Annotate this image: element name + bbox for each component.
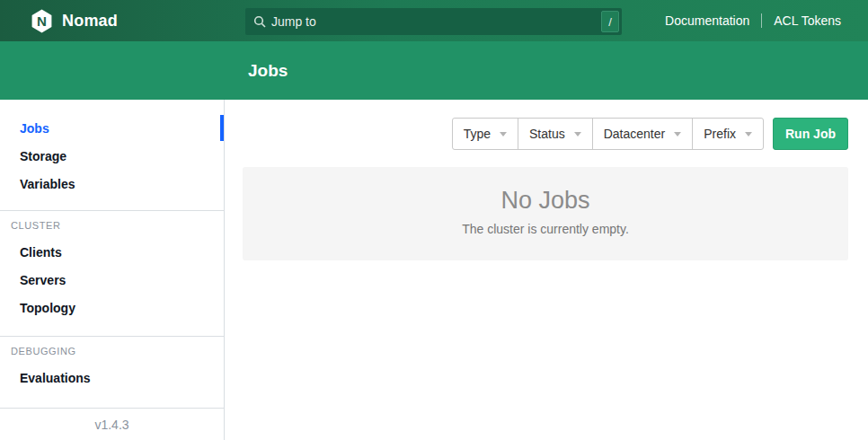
sidebar-section-debugging: DEBUGGING (11, 346, 224, 356)
main-layout: Jobs Storage Variables CLUSTER Clients S… (0, 100, 868, 440)
acl-tokens-link[interactable]: ACL Tokens (774, 13, 841, 28)
sidebar-item-clients[interactable]: Clients (0, 238, 224, 266)
svg-text:N: N (37, 13, 47, 28)
version-label: v1.4.3 (0, 408, 224, 440)
keyboard-shortcut-badge: / (601, 11, 619, 32)
jobs-toolbar: Type Status Datacenter Prefix Run Job (243, 118, 848, 150)
sidebar-item-topology[interactable]: Topology (0, 294, 224, 321)
sidebar-item-variables[interactable]: Variables (0, 170, 224, 198)
sidebar-divider (0, 210, 224, 211)
nomad-logo-icon: N (31, 9, 53, 33)
run-job-button[interactable]: Run Job (773, 118, 848, 150)
sidebar-section-cluster: CLUSTER (11, 220, 224, 231)
page-title: Jobs (248, 61, 288, 81)
sidebar-item-jobs[interactable]: Jobs (0, 114, 224, 142)
sidebar-divider (0, 336, 224, 337)
documentation-link[interactable]: Documentation (665, 13, 749, 28)
caret-down-icon (745, 132, 752, 136)
filter-label: Prefix (704, 127, 736, 141)
filter-datacenter-dropdown[interactable]: Datacenter (593, 119, 693, 149)
filter-label: Type (464, 127, 491, 141)
sidebar-item-label: Topology (20, 301, 75, 315)
caret-down-icon (674, 132, 681, 136)
caret-down-icon (500, 132, 507, 136)
sidebar-item-label: Storage (20, 149, 66, 163)
sidebar-item-label: Servers (20, 273, 66, 287)
content-area: Type Status Datacenter Prefix Run Job (225, 100, 868, 440)
brand-name: Nomad (62, 12, 118, 31)
sidebar-item-servers[interactable]: Servers (0, 266, 224, 294)
sidebar-item-storage[interactable]: Storage (0, 142, 224, 170)
sidebar: Jobs Storage Variables CLUSTER Clients S… (0, 100, 225, 440)
active-indicator-bar (220, 115, 224, 141)
sidebar-item-label: Evaluations (20, 371, 91, 385)
brand[interactable]: N Nomad (31, 9, 118, 33)
filter-status-dropdown[interactable]: Status (518, 119, 593, 149)
top-navbar: N Nomad / Documentation ACL Tokens (0, 0, 868, 41)
caret-down-icon (574, 132, 581, 136)
sidebar-item-label: Clients (20, 245, 62, 260)
sidebar-item-label: Variables (20, 177, 75, 191)
empty-state-message: The cluster is currently empty. (243, 222, 848, 236)
navbar-link-separator (761, 13, 762, 28)
filter-label: Datacenter (604, 127, 665, 141)
empty-state-title: No Jobs (243, 167, 848, 215)
filter-button-group: Type Status Datacenter Prefix (452, 118, 764, 150)
filter-prefix-dropdown[interactable]: Prefix (693, 119, 763, 149)
filter-label: Status (529, 127, 565, 141)
sidebar-item-label: Jobs (20, 121, 49, 136)
sidebar-item-evaluations[interactable]: Evaluations (0, 364, 224, 392)
search-icon (253, 15, 266, 28)
navbar-links: Documentation ACL Tokens (665, 13, 841, 28)
page-header: Jobs (0, 41, 868, 100)
jump-to-search[interactable]: / (245, 8, 622, 35)
search-input[interactable] (271, 14, 601, 29)
filter-type-dropdown[interactable]: Type (453, 119, 518, 149)
empty-state-panel: No Jobs The cluster is currently empty. (243, 167, 848, 260)
